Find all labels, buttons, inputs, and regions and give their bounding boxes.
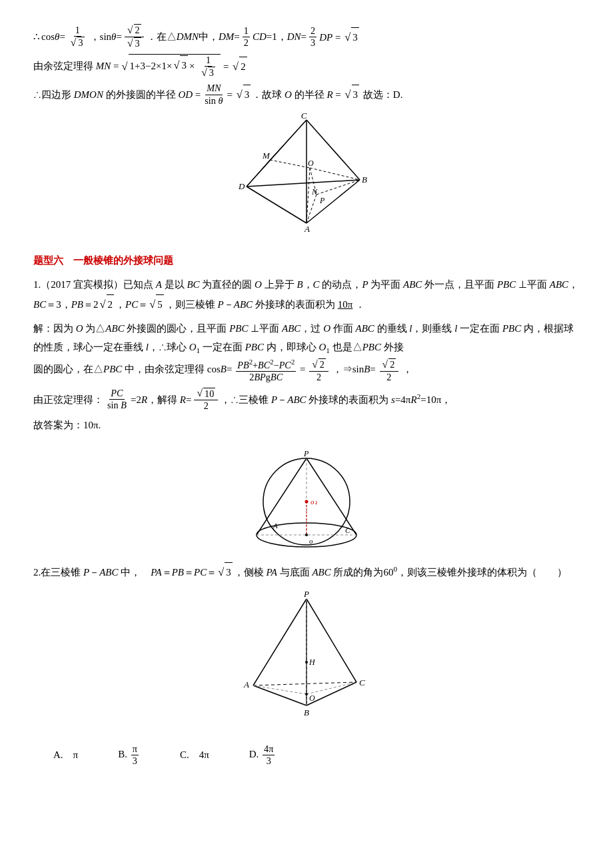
svg-text:A: A [243,679,249,689]
svg-line-39 [253,685,306,705]
svg-line-5 [247,180,360,187]
svg-line-7 [270,160,310,168]
option-C: C. 4π [180,746,209,764]
svg-text:D: D [238,181,245,191]
svg-line-36 [253,599,306,685]
option-D: D. 4π 3 [249,743,277,767]
svg-text:o: o [309,537,313,545]
option-A: A. π [53,746,78,764]
therefore-symbol: ∴ [33,27,40,47]
svg-line-9 [247,160,270,187]
diagram-cone: o₁ o P A C [33,442,580,555]
svg-line-3 [247,187,306,223]
svg-line-12 [310,168,360,180]
svg-line-43 [253,685,306,694]
svg-text:O: O [308,159,314,168]
svg-line-41 [253,682,356,685]
line-cosine-mn: 由余弦定理得 MN = √ 1+3−2×1×√3× 1 √3 = √2 [33,54,580,79]
svg-text:O: O [309,693,315,703]
frac-od: MN sin θ [203,83,224,106]
problem-1: 1.（2017 宜宾模拟）已知点 A 是以 BC 为直径的圆 O 上异于 B，C… [33,275,580,315]
solution-1-line2: 由正弦定理得： PC sin B =2R，解得 R= √10 2 ，∴三棱锥 P… [33,387,580,412]
frac-sin: √2 √3 [125,24,144,50]
svg-text:B: B [362,175,367,185]
svg-point-46 [305,661,308,663]
svg-text:A: A [304,224,310,234]
svg-text:M: M [262,151,271,161]
svg-text:B: B [304,707,309,717]
frac-dm: 1 2 [243,25,250,49]
answer-options: A. π B. π 3 C. 4π D. 4π 3 [53,743,580,767]
svg-line-6 [270,120,306,160]
svg-text:C: C [345,526,350,534]
sqrt-mn: √ 1+3−2×1×√3× 1 √3 [121,54,220,79]
svg-point-48 [305,693,308,695]
svg-text:P: P [319,196,325,205]
line-od: ∴四边形 DMON 的外接圆的半径 OD = MN sin θ = √3．故球 … [33,83,580,106]
svg-text:P: P [303,589,309,599]
solution-1-final: 故答案为：10π. [33,416,580,435]
problem-1-num: 1.（2017 宜宾模拟）已知点 A 是以 BC 为直径的圆 O 上异于 B，C… [33,279,578,310]
section-heading: 题型六 一般棱锥的外接球问题 [33,252,580,270]
svg-text:C: C [359,677,365,687]
svg-text:H: H [308,657,316,667]
problem-2: 2.在三棱锥 P－ABC 中， PA＝PB＝PC＝√3，侧棱 PA 与底面 AB… [33,562,580,582]
diagram-pyramid-2: H O P A B C [33,589,580,735]
diagram-pyramid-top: C M D O B N P A [33,113,580,240]
frac-cos: 1 √3 [68,25,87,49]
frac-R: √10 2 [194,387,218,412]
frac-dn: 2 3 [309,25,316,49]
svg-text:P: P [303,449,309,458]
solution-1: 解：因为 O 为△ABC 外接圆的圆心，且平面 PBC ⊥平面 ABC，过 O … [33,319,580,384]
svg-line-44 [306,682,356,694]
svg-text:o₁: o₁ [310,498,317,506]
svg-text:A: A [273,522,278,530]
option-B: B. π 3 [118,743,140,767]
svg-line-37 [306,599,356,682]
svg-line-1 [306,120,360,180]
svg-text:C: C [301,113,307,121]
frac-sinrule: PC sin B [106,388,128,411]
frac-cosB: PB2+BC2−PC2 2BPgBC [236,358,296,383]
line-cos-sin: ∴ cosθ= 1 √3 ，sinθ= √2 √3 ．在△DMN中，DM= 1 … [33,24,580,50]
frac-sinB-val: √2 2 [380,358,399,383]
answer-fill-1: 10π [338,299,353,310]
svg-text:N: N [311,187,318,197]
frac-sqrt2-2: √2 2 [309,358,328,383]
top-section: ∴ cosθ= 1 √3 ，sinθ= √2 √3 ．在△DMN中，DM= 1 … [33,24,580,240]
